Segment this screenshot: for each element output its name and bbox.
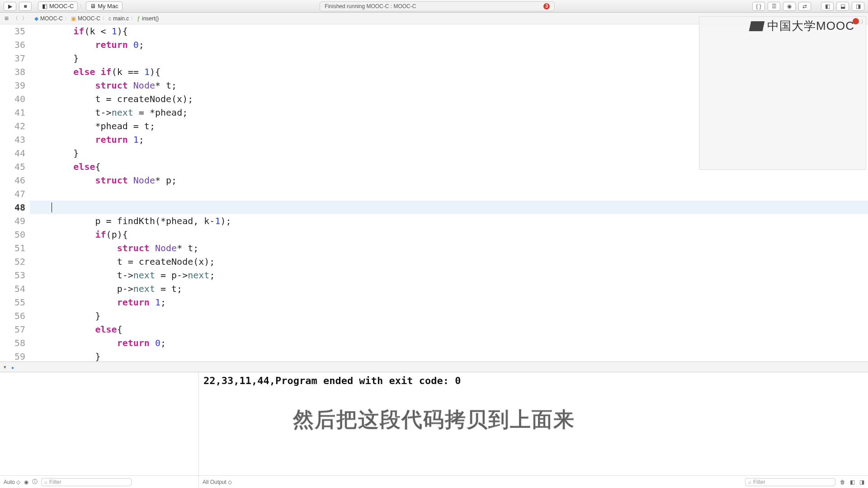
line-number: 52 — [0, 255, 25, 268]
line-number: 42 — [0, 119, 25, 133]
line-number: 58 — [0, 336, 25, 350]
crumb-group[interactable]: MOOC-C — [78, 15, 100, 22]
console-footer: All Output ◇ ⌕ Filter 🗑 ◧ ◨ — [199, 475, 868, 488]
presenter-webcam-overlay — [699, 16, 866, 170]
run-destination-selector[interactable]: 🖥 My Mac — [86, 1, 123, 11]
console-filter-input[interactable]: ⌕ Filter — [745, 478, 835, 486]
standard-editor-button[interactable]: ☰ — [768, 2, 780, 11]
mooc-logo: 中国大学MOOC — [750, 18, 854, 34]
line-number: 46 — [0, 174, 25, 187]
variables-filter-input[interactable]: ⌕ Filter — [41, 478, 132, 486]
line-number: 54 — [0, 282, 25, 296]
version-editor-button[interactable]: ⇄ — [798, 2, 811, 11]
variables-filter-placeholder: Filter — [49, 479, 61, 485]
hide-debug-icon[interactable]: ▾ — [4, 364, 6, 370]
chevron-right-icon: 〉 — [131, 15, 135, 22]
variables-body[interactable] — [0, 372, 198, 475]
filter-icon: ⌕ — [44, 479, 47, 485]
line-number: 37 — [0, 52, 25, 65]
braces-button[interactable]: { } — [752, 2, 765, 11]
nav-back-button[interactable]: 〈 — [12, 15, 19, 22]
quicklook-icon[interactable]: ◉ — [24, 479, 28, 485]
c-file-icon: c — [108, 15, 111, 22]
line-number: 43 — [0, 133, 25, 146]
code-line[interactable] — [30, 201, 868, 214]
assistant-editor-button[interactable]: ◉ — [783, 2, 796, 11]
mooc-logo-icon — [749, 21, 765, 31]
auto-scope-selector[interactable]: Auto ◇ — [4, 479, 20, 485]
code-line[interactable]: t = createNode(x); — [30, 255, 868, 268]
bottom-panel-toggle[interactable]: ⬓ — [836, 2, 849, 11]
line-number: 56 — [0, 309, 25, 323]
line-number: 41 — [0, 106, 25, 119]
variables-footer: Auto ◇ ◉ ⓘ ⌕ Filter — [0, 475, 198, 488]
code-line[interactable] — [30, 187, 868, 201]
code-line[interactable]: struct Node* p; — [30, 174, 868, 187]
line-number: 55 — [0, 296, 25, 309]
code-line[interactable]: } — [30, 309, 868, 323]
console-filter-placeholder: Filter — [753, 479, 765, 485]
code-line[interactable]: return 0; — [30, 336, 868, 350]
variables-view: Auto ◇ ◉ ⓘ ⌕ Filter — [0, 372, 199, 488]
code-line[interactable]: else{ — [30, 323, 868, 336]
code-line[interactable]: p = findKth(*phead, k-1); — [30, 214, 868, 228]
status-text: Finished running MOOC-C : MOOC-C — [325, 3, 416, 9]
related-items-icon[interactable]: ⊞ — [3, 15, 10, 22]
run-destination-label: My Mac — [98, 3, 118, 9]
function-icon: ƒ — [137, 15, 140, 22]
code-line[interactable]: return 1; — [30, 296, 868, 309]
left-panel-toggle[interactable]: ◧ — [821, 2, 834, 11]
crumb-file[interactable]: main.c — [113, 15, 129, 22]
console-right-pane-toggle[interactable]: ◨ — [859, 479, 864, 485]
code-line[interactable]: p->next = t; — [30, 282, 868, 296]
mac-icon: 🖥 — [90, 3, 96, 9]
output-scope-selector[interactable]: All Output ◇ — [203, 479, 232, 485]
code-line[interactable]: if(p){ — [30, 228, 868, 241]
nav-forward-button[interactable]: 〉 — [21, 15, 28, 22]
line-number: 48 — [0, 201, 25, 214]
console-output-pane: 22,33,11,44,Program ended with exit code… — [199, 372, 868, 488]
crumb-project[interactable]: MOOC-C — [40, 15, 63, 22]
console-left-pane-toggle[interactable]: ◧ — [850, 479, 855, 485]
chevron-right-icon: 〉 — [80, 3, 84, 9]
chevron-right-icon: 〉 — [65, 15, 69, 22]
line-number: 53 — [0, 268, 25, 282]
line-number: 49 — [0, 214, 25, 228]
line-number-gutter: 3536373839404142434445464748495051525354… — [0, 24, 30, 361]
run-button[interactable]: ▶ — [4, 2, 16, 11]
folder-icon: ▣ — [71, 15, 76, 22]
crumb-symbol[interactable]: insert() — [142, 15, 159, 22]
chevron-right-icon: 〉 — [102, 15, 107, 22]
scheme-project-label: MOOC-C — [49, 3, 74, 9]
line-number: 45 — [0, 160, 25, 174]
line-number: 38 — [0, 65, 25, 79]
debug-area: Auto ◇ ◉ ⓘ ⌕ Filter 22,33,11,44,Program … — [0, 372, 868, 488]
code-line[interactable]: struct Node* t; — [30, 241, 868, 255]
line-number: 57 — [0, 323, 25, 336]
scheme-icon: ◧ — [42, 3, 47, 9]
line-number: 51 — [0, 241, 25, 255]
right-panel-toggle[interactable]: ◨ — [852, 2, 864, 11]
line-number: 35 — [0, 24, 25, 38]
project-icon: ◆ — [34, 15, 38, 22]
line-number: 36 — [0, 38, 25, 52]
console-output-text[interactable]: 22,33,11,44,Program ended with exit code… — [199, 372, 868, 475]
error-badge-icon[interactable]: 3 — [543, 3, 550, 9]
filter-icon: ⌕ — [748, 479, 751, 485]
main-toolbar: ▶ ■ ◧ MOOC-C 〉 🖥 My Mac Finished running… — [0, 0, 868, 13]
info-icon[interactable]: ⓘ — [32, 478, 38, 486]
stop-button[interactable]: ■ — [19, 2, 32, 11]
activity-status: Finished running MOOC-C : MOOC-C 3 — [320, 1, 555, 11]
line-number: 59 — [0, 350, 25, 361]
breakpoint-toggle-icon[interactable]: ⬥ — [11, 364, 14, 371]
line-number: 44 — [0, 146, 25, 160]
line-number: 47 — [0, 187, 25, 201]
code-line[interactable]: } — [30, 350, 868, 361]
counterpart-nav[interactable]: 〈 〉 — [854, 18, 866, 26]
code-line[interactable]: t->next = p->next; — [30, 268, 868, 282]
scheme-selector[interactable]: ◧ MOOC-C — [38, 1, 78, 11]
line-number: 39 — [0, 79, 25, 92]
trash-icon[interactable]: 🗑 — [840, 479, 845, 485]
debug-bar: ▾ ⬥ — [0, 361, 868, 372]
line-number: 50 — [0, 228, 25, 241]
